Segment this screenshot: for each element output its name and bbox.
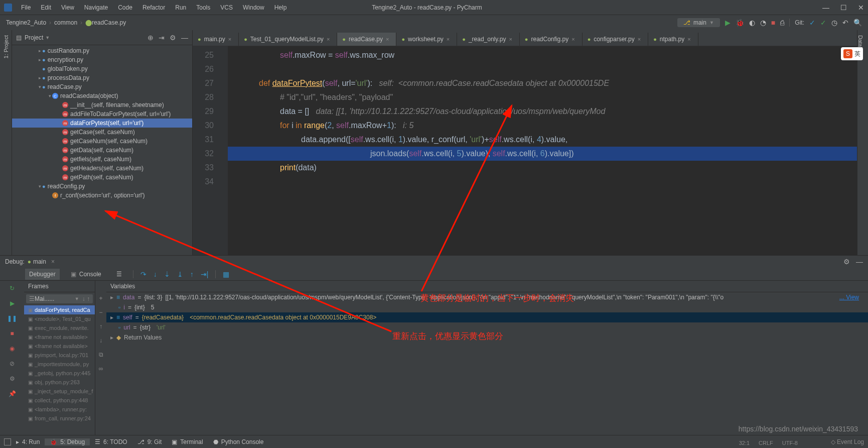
expand-icon[interactable]: ⇥	[159, 34, 165, 42]
gear-icon[interactable]: ⚙	[170, 34, 176, 42]
remove-watch-icon[interactable]: −	[99, 309, 102, 316]
tab-worksheet[interactable]: ●worksheet.py×	[396, 33, 457, 46]
tab-python-console[interactable]: ⬣ Python Console	[208, 438, 269, 445]
mute-breakpoints-icon[interactable]: ⊘	[10, 360, 15, 367]
frame-row[interactable]: ▣pyimport, local.py:701	[24, 351, 95, 360]
view-link[interactable]: ... View	[839, 294, 864, 301]
menu-help[interactable]: Help	[269, 2, 292, 13]
stop-icon[interactable]: ■	[10, 330, 14, 337]
resume-icon[interactable]: ▶	[10, 300, 15, 307]
menu-vcs[interactable]: VCS	[215, 2, 238, 13]
threads-icon[interactable]: ☰	[112, 269, 126, 280]
menu-file[interactable]: File	[16, 2, 36, 13]
tab-todo[interactable]: ☰ 6: TODO	[90, 438, 132, 445]
frame-row[interactable]: ▣<frame not available>	[24, 332, 95, 342]
close-icon[interactable]: ×	[509, 36, 512, 42]
step-into-icon[interactable]: ↓	[154, 270, 157, 278]
frame-row[interactable]: ▣<frame not available>	[24, 342, 95, 351]
close-icon[interactable]: ×	[51, 258, 55, 265]
tab-readconfig[interactable]: ●readConfig.py×	[520, 33, 583, 46]
watch-icon[interactable]: ∞	[99, 365, 103, 372]
toggle-tool-icon[interactable]	[4, 438, 11, 445]
profile-icon[interactable]: ◔	[760, 19, 766, 27]
tree-item-dataForPytest[interactable]: mdataForPytest(self, url='url')	[12, 119, 192, 128]
tab-readcase[interactable]: ●readCase.py×	[337, 33, 396, 46]
crumb-folder[interactable]: common	[54, 19, 77, 26]
select-opened-icon[interactable]: ⊕	[148, 34, 154, 42]
tab-main[interactable]: ●main.py×	[193, 33, 239, 46]
close-icon[interactable]: ×	[687, 36, 690, 42]
up-icon[interactable]: ↑	[99, 323, 102, 330]
gear-icon[interactable]: ⚙	[843, 258, 850, 266]
var-i[interactable]: ▫ i = {int} 5	[106, 302, 868, 312]
debug-run-config[interactable]: ●main ×	[28, 258, 55, 265]
maximize-icon[interactable]: ☐	[840, 4, 847, 12]
menu-view[interactable]: View	[56, 2, 79, 13]
frame-row[interactable]: ▣<module>, Test_01_qu	[24, 314, 95, 323]
frame-row[interactable]: ▣<lambda>, runner.py:	[24, 405, 95, 414]
run-config-selector[interactable]: ⎇ main ▼	[677, 18, 720, 27]
run-to-cursor-icon[interactable]: ⇥|	[201, 270, 209, 278]
step-over-icon[interactable]: ↷	[140, 270, 147, 278]
search-icon[interactable]: 🔍	[853, 19, 862, 27]
tab-ntpath[interactable]: ●ntpath.py×	[648, 33, 698, 46]
frame-row[interactable]: ▣_inject_setup_module_f	[24, 387, 95, 396]
tab-git[interactable]: ⎇ 9: Git	[132, 438, 167, 445]
hide-icon[interactable]: —	[856, 258, 863, 266]
debugger-tab[interactable]: Debugger	[25, 269, 60, 280]
event-log-button[interactable]: ◇ Event Log	[831, 438, 864, 445]
tab-configparser[interactable]: ●configparser.py×	[583, 33, 648, 46]
menu-edit[interactable]: Edit	[36, 2, 56, 13]
close-icon[interactable]: ×	[447, 36, 450, 42]
frame-row[interactable]: ▣collect, python.py:448	[24, 396, 95, 405]
minimize-icon[interactable]: —	[822, 4, 829, 12]
crumb-project[interactable]: Tengine2_Auto	[6, 19, 46, 26]
frame-row[interactable]: ▣from_call, runner.py:24	[24, 414, 95, 423]
crumb-file[interactable]: readCase.py	[92, 19, 126, 26]
rerun-icon[interactable]: ↻	[10, 285, 15, 292]
add-watch-icon[interactable]: +	[99, 295, 102, 302]
frame-row[interactable]: ▣dataForPytest, readCa	[24, 305, 95, 314]
git-update-icon[interactable]: ✓	[809, 19, 815, 27]
menu-refactor[interactable]: Refactor	[137, 2, 170, 13]
thread-selector[interactable]: ☰ Mai......▼ ↓ ↑	[26, 294, 93, 303]
var-self[interactable]: ▸≡ self = {readCasedata} <common.readCas…	[106, 312, 868, 322]
close-icon[interactable]: ×	[386, 36, 389, 42]
step-out-icon[interactable]: ↑	[190, 270, 194, 278]
frame-row[interactable]: ▣exec_module, rewrite.	[24, 323, 95, 332]
frame-row[interactable]: ▣_getobj, python.py:445	[24, 369, 95, 378]
menu-code[interactable]: Code	[113, 2, 137, 13]
tab-run[interactable]: ▸ 4: Run	[11, 438, 45, 445]
pause-icon[interactable]: ❚❚	[7, 315, 17, 322]
debug-icon[interactable]: 🐞	[736, 19, 744, 27]
menu-tools[interactable]: Tools	[191, 2, 215, 13]
menu-window[interactable]: Window	[238, 2, 269, 13]
close-icon[interactable]: ×	[638, 36, 641, 42]
git-commit-icon[interactable]: ✓	[820, 19, 826, 27]
close-icon[interactable]: ×	[228, 36, 231, 42]
tab-test01[interactable]: ●Test_01_queryModelList.py×	[239, 33, 337, 46]
stop-icon[interactable]: ■	[771, 19, 775, 27]
settings-icon[interactable]: ⚙	[10, 375, 15, 382]
tab-terminal[interactable]: ▣ Terminal	[167, 438, 208, 445]
force-step-icon[interactable]: ⤓	[177, 270, 183, 278]
chevron-down-icon[interactable]: ▼	[45, 35, 50, 40]
git-history-icon[interactable]: ◷	[831, 19, 837, 27]
frame-row[interactable]: ▣_importtestmodule, py	[24, 360, 95, 369]
tab-readonly[interactable]: ●_read_only.py×	[457, 33, 520, 46]
menu-run[interactable]: Run	[170, 2, 191, 13]
copy-icon[interactable]: ⧉	[99, 351, 103, 358]
hide-icon[interactable]: —	[181, 34, 188, 42]
close-icon[interactable]: ×	[327, 36, 330, 42]
pin-icon[interactable]: 📌	[9, 390, 16, 397]
menu-navigate[interactable]: Navigate	[79, 2, 113, 13]
ime-badge[interactable]: S 英	[841, 47, 863, 60]
coverage-icon[interactable]: ◐	[749, 19, 755, 27]
down-icon[interactable]: ↓	[99, 337, 102, 344]
view-breakpoints-icon[interactable]: ◉	[10, 345, 15, 352]
console-tab[interactable]: ▣Console	[67, 269, 105, 280]
close-icon[interactable]: ✕	[858, 4, 864, 12]
evaluate-icon[interactable]: ▦	[223, 270, 229, 278]
tab-debug[interactable]: 🐞 5: Debug	[45, 438, 90, 445]
run-icon[interactable]: ▶	[725, 19, 731, 27]
